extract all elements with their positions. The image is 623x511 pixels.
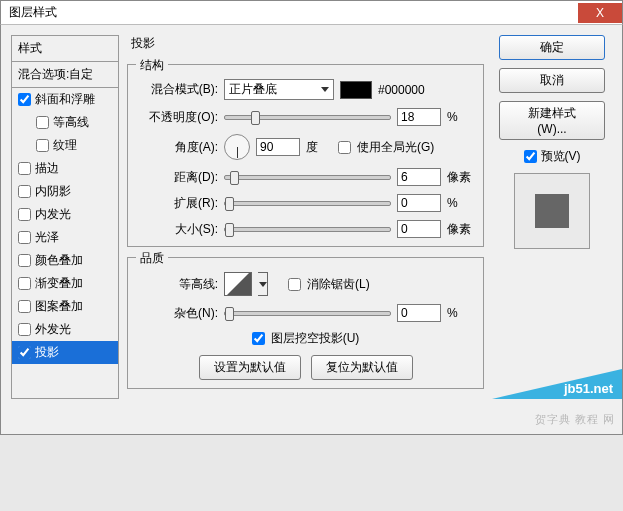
distance-label: 距离(D):: [138, 169, 218, 186]
global-light-label: 使用全局光(G): [357, 139, 434, 156]
shadow-color-hex: #000000: [378, 83, 425, 97]
watermark-text: 贺字典 教程 网: [535, 412, 615, 427]
style-row[interactable]: 投影: [12, 341, 118, 364]
chevron-down-icon: [321, 87, 329, 92]
style-row[interactable]: 外发光: [12, 318, 118, 341]
noise-input[interactable]: [397, 304, 441, 322]
styles-header: 样式: [12, 35, 118, 62]
size-label: 大小(S):: [138, 221, 218, 238]
quality-legend: 品质: [136, 250, 168, 267]
spread-slider[interactable]: [224, 201, 391, 206]
style-row[interactable]: 纹理: [12, 134, 118, 157]
style-label: 光泽: [35, 229, 59, 246]
panel-title: 投影: [131, 36, 155, 50]
spread-label: 扩展(R):: [138, 195, 218, 212]
style-checkbox[interactable]: [18, 277, 31, 290]
opacity-label: 不透明度(O):: [138, 109, 218, 126]
preview-checkbox[interactable]: [524, 150, 537, 163]
style-label: 渐变叠加: [35, 275, 83, 292]
distance-slider[interactable]: [224, 175, 391, 180]
chevron-down-icon: [259, 282, 267, 287]
global-light-checkbox[interactable]: [338, 141, 351, 154]
style-label: 内发光: [35, 206, 71, 223]
angle-input[interactable]: [256, 138, 300, 156]
spread-input[interactable]: [397, 194, 441, 212]
knockout-label: 图层挖空投影(U): [271, 330, 360, 347]
watermark-brand: jb51.net: [564, 381, 613, 396]
style-label: 描边: [35, 160, 59, 177]
antialias-checkbox[interactable]: [288, 278, 301, 291]
style-checkbox[interactable]: [18, 323, 31, 336]
effect-panel: 投影 结构 混合模式(B): 正片叠底 #000000 不透明度(O):: [127, 35, 484, 399]
structure-group: 结构 混合模式(B): 正片叠底 #000000 不透明度(O): %: [127, 64, 484, 247]
new-style-button[interactable]: 新建样式(W)...: [499, 101, 605, 140]
preview-box: [514, 173, 590, 249]
style-label: 纹理: [53, 137, 77, 154]
blend-mode-label: 混合模式(B):: [138, 81, 218, 98]
reset-default-button[interactable]: 复位为默认值: [311, 355, 413, 380]
contour-picker[interactable]: [224, 272, 252, 296]
styles-list: 样式 混合选项:自定 斜面和浮雕等高线纹理描边内阴影内发光光泽颜色叠加渐变叠加图…: [11, 35, 119, 399]
style-checkbox[interactable]: [18, 346, 31, 359]
distance-input[interactable]: [397, 168, 441, 186]
style-label: 斜面和浮雕: [35, 91, 95, 108]
style-row[interactable]: 等高线: [12, 111, 118, 134]
cancel-button[interactable]: 取消: [499, 68, 605, 93]
antialias-label: 消除锯齿(L): [307, 276, 370, 293]
size-slider[interactable]: [224, 227, 391, 232]
ok-button[interactable]: 确定: [499, 35, 605, 60]
blend-mode-combo[interactable]: 正片叠底: [224, 79, 334, 100]
blend-options-row[interactable]: 混合选项:自定: [12, 62, 118, 88]
noise-slider[interactable]: [224, 311, 391, 316]
style-row[interactable]: 描边: [12, 157, 118, 180]
opacity-input[interactable]: [397, 108, 441, 126]
close-icon[interactable]: X: [578, 3, 622, 23]
style-checkbox[interactable]: [18, 254, 31, 267]
style-checkbox[interactable]: [18, 231, 31, 244]
contour-dropdown[interactable]: [258, 272, 268, 296]
style-label: 投影: [35, 344, 59, 361]
style-row[interactable]: 光泽: [12, 226, 118, 249]
opacity-slider[interactable]: [224, 115, 391, 120]
quality-group: 品质 等高线: 消除锯齿(L) 杂色(N): %: [127, 257, 484, 389]
knockout-checkbox[interactable]: [252, 332, 265, 345]
style-row[interactable]: 内阴影: [12, 180, 118, 203]
style-checkbox[interactable]: [18, 300, 31, 313]
style-row[interactable]: 斜面和浮雕: [12, 88, 118, 111]
style-checkbox[interactable]: [18, 185, 31, 198]
style-checkbox[interactable]: [18, 208, 31, 221]
noise-label: 杂色(N):: [138, 305, 218, 322]
style-row[interactable]: 内发光: [12, 203, 118, 226]
contour-label: 等高线:: [138, 276, 218, 293]
shadow-color-swatch[interactable]: [340, 81, 372, 99]
style-checkbox[interactable]: [18, 93, 31, 106]
style-label: 内阴影: [35, 183, 71, 200]
style-label: 外发光: [35, 321, 71, 338]
style-checkbox[interactable]: [18, 162, 31, 175]
right-column: 确定 取消 新建样式(W)... 预览(V): [492, 35, 612, 399]
style-row[interactable]: 颜色叠加: [12, 249, 118, 272]
style-checkbox[interactable]: [36, 139, 49, 152]
angle-dial[interactable]: [224, 134, 250, 160]
style-label: 等高线: [53, 114, 89, 131]
style-label: 颜色叠加: [35, 252, 83, 269]
style-label: 图案叠加: [35, 298, 83, 315]
structure-legend: 结构: [136, 57, 168, 74]
style-row[interactable]: 图案叠加: [12, 295, 118, 318]
style-checkbox[interactable]: [36, 116, 49, 129]
dialog-title: 图层样式: [1, 1, 65, 24]
style-row[interactable]: 渐变叠加: [12, 272, 118, 295]
make-default-button[interactable]: 设置为默认值: [199, 355, 301, 380]
size-input[interactable]: [397, 220, 441, 238]
angle-label: 角度(A):: [138, 139, 218, 156]
preview-label: 预览(V): [541, 148, 581, 165]
titlebar: 图层样式 X: [0, 0, 623, 25]
